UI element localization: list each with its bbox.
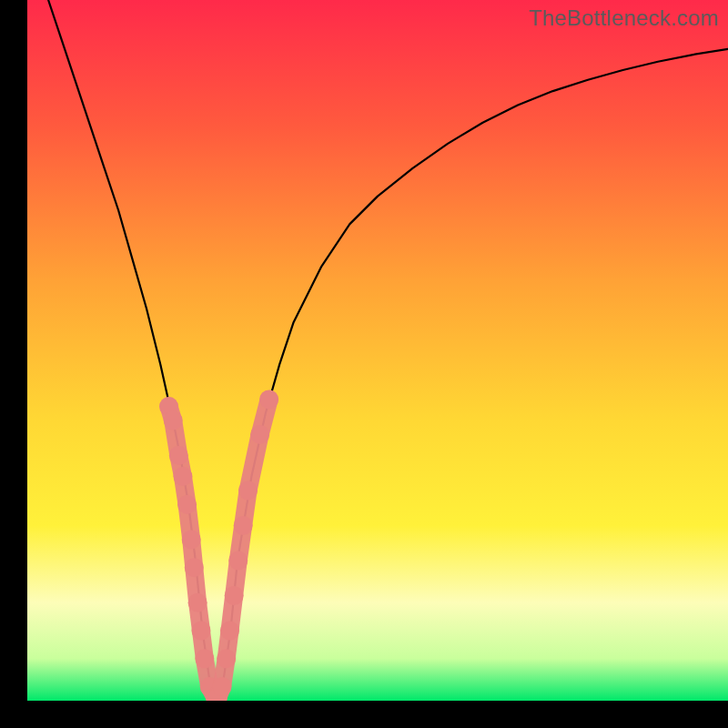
marker-dot	[182, 530, 201, 549]
marker-dot	[169, 446, 188, 465]
marker-dot	[195, 649, 214, 668]
marker-dot	[177, 495, 197, 514]
marker-dot	[213, 677, 232, 696]
marker-dot	[250, 425, 269, 444]
watermark-text: TheBottleneck.com	[529, 5, 719, 31]
marker-dot	[234, 516, 253, 535]
heatmap-background	[27, 0, 728, 701]
marker-dot	[185, 558, 204, 577]
marker-dot	[188, 593, 207, 612]
marker-dot	[238, 481, 258, 500]
marker-dot	[228, 551, 248, 571]
marker-dot	[259, 389, 278, 409]
marker-dot	[225, 586, 244, 605]
marker-dot	[217, 649, 236, 668]
marker-dot	[173, 467, 192, 486]
chart-plot	[27, 0, 728, 701]
marker-dot	[164, 411, 183, 430]
marker-dot	[191, 622, 210, 641]
chart-frame	[27, 0, 728, 701]
marker-dot	[220, 622, 239, 641]
